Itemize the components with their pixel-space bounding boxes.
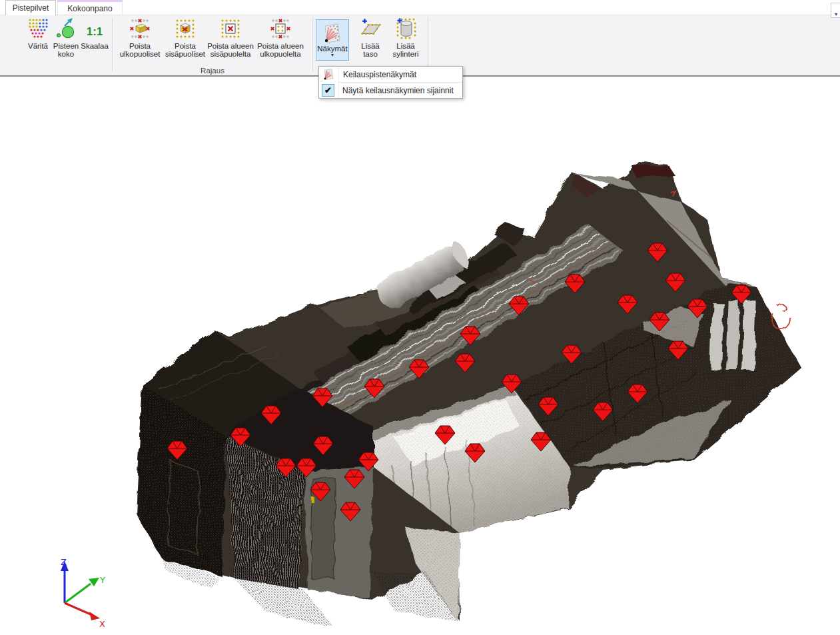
button-label: Poista sisäpuoliset [165, 42, 206, 58]
menu-item-label: Keilauspistenäkymät [343, 70, 416, 79]
point-cloud-building [136, 161, 806, 626]
axis-triad: Z Y X [61, 557, 105, 629]
scan-view-icon [322, 68, 335, 81]
lisaa-taso-button[interactable]: Lisää taso [354, 16, 386, 58]
tab-label: Pistepilvet [13, 3, 49, 13]
viewport-3d[interactable]: Z Y X [0, 78, 840, 635]
poista-sisapuoliset-button[interactable]: Poista sisäpuoliset [165, 16, 206, 58]
varita-button[interactable]: Väritä [24, 16, 52, 50]
delete-inside-points-icon [174, 17, 197, 40]
checked-checkbox-icon: ✔ [322, 84, 334, 97]
y-axis-label: Y [99, 575, 105, 585]
ribbon-tab-bar: Pistepilvet Kokoonpano ▾ [0, 0, 840, 15]
delete-outside-points-icon [129, 17, 151, 40]
scale-icon: 1:1 [83, 17, 106, 40]
tab-kokoonpano[interactable]: Kokoonpano [57, 0, 123, 15]
ribbon-group-points: Väritä Pisteen koko 1:1 Skaalaa [0, 15, 112, 75]
x-axis-label: X [99, 619, 105, 629]
button-label: Skaalaa [81, 42, 109, 50]
ribbon-group-rajaus: Poista ulkopuoliset Poista sisäpuoliset [113, 15, 312, 75]
tab-pistepilvet[interactable]: Pistepilvet [5, 0, 56, 15]
pin-ribbon-button[interactable]: ▾ [831, 3, 840, 18]
menu-item-label: Näytä keilausnäkymien sijainnit [342, 86, 454, 95]
button-label: Lisää taso [354, 42, 386, 58]
dropdown-caret-icon: ▾ [331, 53, 334, 58]
button-label: Poista alueen sisäpuolelta [206, 42, 255, 58]
group-label-rajaus: Rajaus [113, 67, 312, 75]
z-axis-label: Z [61, 557, 67, 567]
svg-text:1:1: 1:1 [87, 25, 103, 38]
poista-alueen-sisapuolelta-button[interactable]: Poista alueen sisäpuolelta [206, 16, 255, 58]
skaalaa-button[interactable]: 1:1 Skaalaa [80, 16, 109, 50]
application-window: { "tabs": { "items": [ {"label": "Pistep… [0, 0, 840, 635]
nakymat-button[interactable]: Näkymät ▾ [316, 19, 349, 61]
scan-views-icon [321, 22, 344, 45]
nakymat-dropdown-menu: Keilauspistenäkymät ✔ Näytä keilausnäkym… [318, 66, 463, 99]
button-label: Lisää sylinteri [386, 42, 425, 58]
tab-label: Kokoonpano [67, 4, 112, 13]
poista-alueen-ulkopuolelta-button[interactable]: Poista alueen ulkopuolelta [255, 16, 306, 58]
menu-item-keilauspistenakymat[interactable]: Keilauspistenäkymät [319, 67, 462, 82]
delete-area-inside-icon [219, 17, 242, 40]
pin-icon: ▾ [835, 11, 837, 17]
lisaa-sylinteri-button[interactable]: Lisää sylinteri [386, 16, 425, 58]
button-label: Väritä [28, 42, 48, 50]
add-cylinder-icon [394, 17, 417, 40]
delete-area-outside-icon [269, 17, 292, 40]
point-size-icon [55, 17, 77, 40]
button-label: Pisteen koko [52, 42, 80, 58]
button-label: Poista ulkopuoliset [115, 42, 165, 58]
poista-ulkopuoliset-button[interactable]: Poista ulkopuoliset [115, 16, 165, 58]
x-axis-arrow [89, 612, 100, 620]
add-plane-icon [359, 17, 382, 40]
button-label: Poista alueen ulkopuolelta [255, 42, 306, 58]
colorize-points-icon [27, 17, 49, 40]
pisteen-koko-button[interactable]: Pisteen koko [52, 16, 80, 58]
menu-item-nayta-keilausnakymien-sijainnit[interactable]: ✔ Näytä keilausnäkymien sijainnit [319, 83, 462, 98]
group-separator [428, 17, 428, 71]
